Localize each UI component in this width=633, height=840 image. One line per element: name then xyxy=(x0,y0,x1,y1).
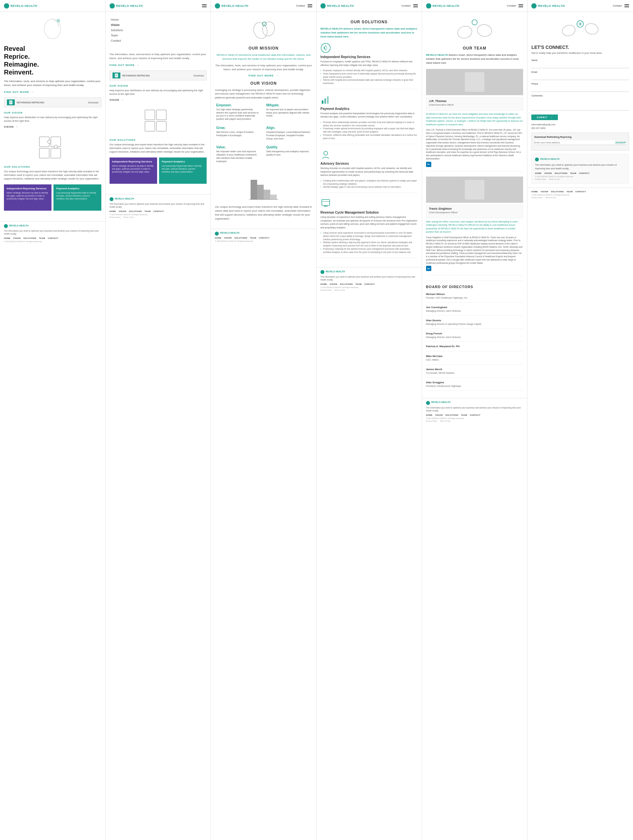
footer-nav-solutions-col6[interactable]: SOLUTIONS xyxy=(551,191,564,193)
terms-link-col6[interactable]: Terms of Use xyxy=(549,178,559,180)
privacy-link-col6[interactable]: Privacy Policy xyxy=(535,178,546,180)
hamburger-col5[interactable] xyxy=(518,4,523,7)
address-block-col6: information@rpcity.com 803.337.0000 xyxy=(531,123,629,130)
footer-nav-home-col5[interactable]: HOME xyxy=(426,414,433,416)
revelo-info-nav-contact[interactable]: CONTACT xyxy=(579,172,589,174)
submit-button-col6[interactable]: SUBMIT xyxy=(531,115,558,120)
service-advisory-title: Advisory Services xyxy=(320,162,418,165)
terms-link-footer-col6[interactable]: Terms of Use xyxy=(545,197,556,199)
team-bio-jr: John J.R. Thomas is Chief Executive Offi… xyxy=(426,128,523,161)
footer-nav-home-col1[interactable]: HOME xyxy=(4,237,11,239)
footer-nav-contact-col4[interactable]: CONTACT xyxy=(364,283,375,285)
revelo-info-nav-solutions[interactable]: SOLUTIONS xyxy=(554,172,568,174)
footer-nav-vision-col4[interactable]: VISION xyxy=(330,283,337,285)
logo-col6: REVELO HEALTH xyxy=(531,3,565,8)
linkedin-icon-jr[interactable]: in xyxy=(426,162,431,167)
nav-vision-col2[interactable]: Vision xyxy=(111,22,206,28)
footer-nav-vision-col1[interactable]: VISION xyxy=(13,237,20,239)
header-col6: REVELO HEALTH Contact xyxy=(528,0,633,12)
download-btn-col2[interactable]: Download xyxy=(194,74,204,77)
find-out-more-col1[interactable]: FIND OUT MORE xyxy=(4,90,101,93)
footer-nav-team-col5[interactable]: TEAM xyxy=(461,414,468,416)
footer-tagline-col1: The information you need to optimize you… xyxy=(4,229,101,235)
footer-nav-solutions-col2[interactable]: SOLUTIONS xyxy=(129,210,142,212)
board-member-dennis-title: Managing Director & Operating Partner-Ga… xyxy=(426,322,523,326)
hamburger-col6[interactable] xyxy=(625,4,629,7)
footer-nav-contact-col5[interactable]: CONTACT xyxy=(470,414,480,416)
card-analytics-col2: Payment Analytics Live previously fragme… xyxy=(159,158,206,184)
footer-nav-vision-col3[interactable]: VISION xyxy=(224,237,231,239)
bottom-cards-col2: Independent Repricing Services Inform st… xyxy=(110,158,207,184)
footer-nav-contact-col3[interactable]: CONTACT xyxy=(259,237,269,239)
nav-contact-col2[interactable]: Contact xyxy=(111,38,206,43)
footer-nav-home-col2[interactable]: HOME xyxy=(110,210,116,212)
form-input-phone[interactable] xyxy=(531,87,629,92)
hamburger-col3[interactable] xyxy=(308,4,312,7)
name-box-info-travis: Travis Singleton Chief Development Offic… xyxy=(429,207,458,216)
terms-link-col2[interactable]: Terms of Use xyxy=(123,216,134,218)
footer-nav-home-col4[interactable]: HOME xyxy=(320,283,327,285)
privacy-link-col4[interactable]: Privacy Policy xyxy=(320,289,332,291)
download-btn-col1[interactable]: Download xyxy=(88,101,98,104)
revelo-info-nav-team[interactable]: TEAM xyxy=(570,172,576,174)
terms-link-col4[interactable]: Terms of Use xyxy=(334,289,345,291)
nav-team-col2[interactable]: Team xyxy=(111,33,206,38)
vision-link-col2[interactable]: VISION xyxy=(110,99,207,101)
signup-button-col6[interactable]: SIGNUP xyxy=(615,141,626,144)
footer-nav-team-col3[interactable]: TEAM xyxy=(250,237,256,239)
footer-nav-contact-col6[interactable]: CONTACT xyxy=(575,191,586,193)
svg-rect-26 xyxy=(270,194,277,199)
header-contact-col6[interactable]: Contact xyxy=(613,4,622,7)
footer-nav-team-col4[interactable]: TEAM xyxy=(356,283,362,285)
find-out-more-col2[interactable]: FIND OUT MORE xyxy=(110,64,207,66)
service-repricing-desc: Focused on employers, health systems and… xyxy=(320,60,418,67)
revelo-info-nav-home[interactable]: HOME xyxy=(535,172,542,174)
footer-nav-vision-col6[interactable]: VISION xyxy=(540,191,548,193)
header-contact-col4[interactable]: Contact xyxy=(402,4,411,7)
footer-nav-team-col1[interactable]: TEAM xyxy=(39,237,45,239)
footer-nav-solutions-col5[interactable]: SOLUTIONS xyxy=(446,414,458,416)
hamburger-col2[interactable] xyxy=(202,4,206,7)
staircase-col3 xyxy=(215,168,312,201)
header-contact-col5[interactable]: Contact xyxy=(507,4,516,7)
col3-body: OUR MISSION REVELO HEALTH transforms loc… xyxy=(211,12,316,229)
footer-nav-solutions-col1[interactable]: SOLUTIONS xyxy=(23,237,36,239)
vision-link-col1[interactable]: VISION xyxy=(4,126,101,128)
footer-links-col2: Privacy Policy Terms of Use xyxy=(110,216,207,218)
privacy-link-footer-col6[interactable]: Privacy Policy xyxy=(531,197,542,199)
form-input-name[interactable] xyxy=(531,64,629,68)
header-col4: REVELO HEALTH Contact xyxy=(316,0,422,12)
footer-nav-home-col6[interactable]: HOME xyxy=(531,191,538,193)
footer-nav-contact-col2[interactable]: CONTACT xyxy=(153,210,164,212)
team-hands-svg xyxy=(455,17,494,40)
header-contact-col3[interactable]: Contact xyxy=(296,4,305,7)
footer-logo-col4: REVELO HEALTH xyxy=(320,270,418,274)
footer-logo-col3: REVELO HEALTH xyxy=(215,232,312,235)
linkedin-icon-travis[interactable]: in xyxy=(426,266,431,271)
analytics-svg xyxy=(320,95,331,105)
board-member-cunningham-title: Managing Director, Sami Ventures xyxy=(426,309,523,313)
hamburger-col4[interactable] xyxy=(413,4,418,7)
nav-solutions-col2[interactable]: Solutions xyxy=(111,28,206,33)
footer-nav-solutions-col4[interactable]: SOLUTIONS xyxy=(340,283,353,285)
form-textarea-comments[interactable] xyxy=(531,98,629,111)
footer-logo-text-col5: REVELO HEALTH xyxy=(431,401,450,403)
footer-nav-vision-col5[interactable]: VISION xyxy=(435,414,443,416)
terms-link-col5[interactable]: Terms of Use xyxy=(440,420,450,422)
email-signup-input-col6[interactable] xyxy=(534,141,615,145)
puzzle-svg-col1 xyxy=(36,134,69,160)
find-out-more-col3[interactable]: FIND OUT MORE xyxy=(215,74,312,77)
footer-nav-team-col6[interactable]: TEAM xyxy=(567,191,573,193)
nav-home-col2[interactable]: Home xyxy=(111,17,206,22)
revelo-info-nav-vision[interactable]: VISION xyxy=(544,172,552,174)
privacy-link-col5[interactable]: Privacy Policy xyxy=(426,420,437,422)
vision-item-value-title: Value. xyxy=(216,145,261,149)
column-4-solutions: REVELO HEALTH Contact OUR SOLUTIONS REVE… xyxy=(316,0,422,840)
footer-nav-solutions-col3[interactable]: SOLUTIONS xyxy=(235,237,248,239)
footer-nav-home-col3[interactable]: HOME xyxy=(215,237,221,239)
footer-nav-team-col2[interactable]: TEAM xyxy=(145,210,151,212)
footer-nav-vision-col2[interactable]: VISION xyxy=(119,210,126,212)
form-input-email[interactable] xyxy=(531,76,629,80)
privacy-link-col2[interactable]: Privacy Policy xyxy=(110,216,121,218)
footer-nav-contact-col1[interactable]: CONTACT xyxy=(48,237,58,239)
